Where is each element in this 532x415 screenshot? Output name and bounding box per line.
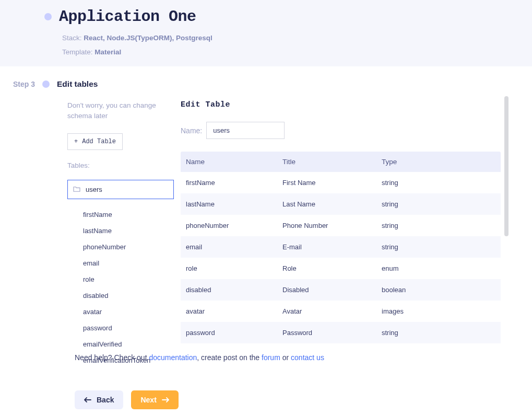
table-item-label: users	[86, 186, 102, 193]
td-name: password	[186, 329, 282, 337]
td-type: string	[382, 200, 495, 208]
stack-label: Stack:	[62, 34, 82, 42]
td-type: boolean	[382, 286, 495, 294]
td-type: images	[382, 307, 495, 315]
name-label: Name:	[181, 126, 202, 135]
td-name: avatar	[186, 307, 282, 315]
forum-link[interactable]: forum	[262, 353, 280, 362]
edit-table-title: Edit Table	[181, 100, 501, 109]
table-name-input[interactable]	[206, 122, 285, 139]
scrollbar[interactable]	[504, 96, 509, 236]
field-item[interactable]: role	[83, 271, 180, 287]
back-button[interactable]: Back	[75, 390, 123, 409]
td-title: Phone Number	[282, 222, 382, 229]
field-item[interactable]: emailVerified	[83, 336, 180, 352]
table-header: Name Title Type	[181, 152, 501, 172]
template-meta: Template: Material	[62, 48, 532, 56]
td-type: string	[382, 329, 495, 337]
plus-icon: +	[74, 138, 78, 145]
next-label: Next	[140, 396, 156, 404]
footer-buttons: Back Next	[13, 362, 532, 409]
field-item[interactable]: phoneNumber	[83, 239, 180, 255]
td-title: First Name	[282, 179, 382, 187]
td-name: firstName	[186, 179, 282, 187]
field-item[interactable]: email	[83, 255, 180, 271]
header: Application One Stack: React, Node.JS(Ty…	[0, 0, 532, 66]
td-name: disabled	[186, 286, 282, 294]
table-row[interactable]: password Password string	[181, 322, 501, 343]
template-label: Template:	[62, 48, 93, 56]
main-section: Step 3 Edit tables Don't worry, you can …	[0, 66, 532, 409]
td-title: Disabled	[282, 286, 382, 294]
td-title: Role	[282, 264, 382, 272]
table-item-users[interactable]: users	[67, 180, 174, 199]
table-row[interactable]: email E-mail string	[181, 236, 501, 258]
td-title: Avatar	[282, 307, 382, 315]
table-row[interactable]: role Role enum	[181, 258, 501, 279]
table-row[interactable]: firstName First Name string	[181, 172, 501, 193]
td-name: email	[186, 243, 282, 251]
field-list: firstName lastName phoneNumber email rol…	[83, 206, 180, 368]
folder-icon	[73, 186, 80, 192]
field-item[interactable]: lastName	[83, 223, 180, 239]
th-name: Name	[186, 158, 282, 166]
th-type: Type	[382, 158, 495, 166]
stack-meta: Stack: React, Node.JS(TypeORM), Postgres…	[62, 34, 532, 42]
field-item[interactable]: disabled	[83, 287, 180, 304]
stack-value: React, Node.JS(TypeORM), Postgresql	[84, 34, 212, 42]
table-row[interactable]: lastName Last Name string	[181, 193, 501, 215]
fields-table: Name Title Type firstName First Name str…	[181, 152, 501, 343]
field-item[interactable]: firstName	[83, 206, 180, 223]
td-type: string	[382, 243, 495, 251]
help-mid1: , create post on the	[197, 353, 262, 362]
table-row[interactable]: phoneNumber Phone Number string	[181, 215, 501, 236]
td-name: lastName	[186, 200, 282, 208]
contact-us-link[interactable]: contact us	[291, 353, 324, 362]
section-title: Edit tables	[57, 79, 98, 89]
step-dot-icon	[42, 80, 50, 88]
arrow-right-icon	[162, 397, 169, 402]
app-title: Application One	[59, 8, 196, 26]
table-row[interactable]: avatar Avatar images	[181, 301, 501, 322]
back-label: Back	[97, 396, 114, 404]
next-button[interactable]: Next	[131, 390, 178, 409]
th-title: Title	[282, 158, 382, 166]
td-title: Last Name	[282, 200, 382, 208]
td-type: enum	[382, 264, 495, 272]
right-panel: Edit Table Name: Name Title Type firstNa…	[181, 100, 532, 344]
help-mid2: or	[280, 353, 291, 362]
add-table-label: Add Table	[82, 138, 116, 145]
td-title: Password	[282, 329, 382, 337]
step-label: Step 3	[13, 80, 35, 88]
td-title: E-mail	[282, 243, 382, 251]
td-type: string	[382, 179, 495, 187]
field-item[interactable]: emailVerificationToken	[83, 352, 180, 368]
td-name: role	[186, 264, 282, 272]
tables-label: Tables:	[67, 162, 180, 169]
hint-text: Don't worry, you can change schema later	[67, 100, 180, 122]
field-item[interactable]: avatar	[83, 304, 180, 320]
td-name: phoneNumber	[186, 222, 282, 229]
template-value: Material	[94, 48, 121, 56]
arrow-left-icon	[84, 397, 91, 402]
add-table-button[interactable]: + Add Table	[67, 133, 123, 150]
td-type: string	[382, 222, 495, 229]
table-row[interactable]: disabled Disabled boolean	[181, 279, 501, 301]
title-dot-icon	[44, 13, 52, 20]
left-panel: Don't worry, you can change schema later…	[67, 100, 180, 344]
field-item[interactable]: password	[83, 320, 180, 336]
